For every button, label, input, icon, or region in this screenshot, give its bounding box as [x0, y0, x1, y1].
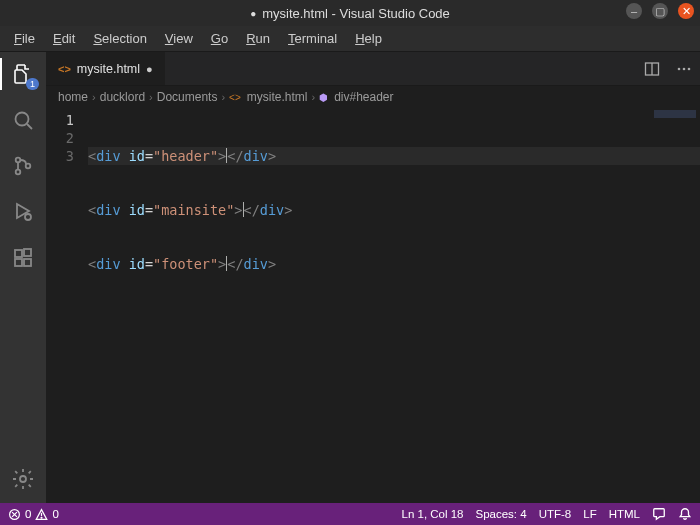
svg-point-2: [16, 170, 21, 175]
menu-selection[interactable]: Selection: [85, 28, 154, 49]
menu-terminal[interactable]: Terminal: [280, 28, 345, 49]
breadcrumb-part[interactable]: home: [58, 90, 88, 104]
svg-point-4: [25, 214, 31, 220]
chevron-right-icon: ›: [149, 91, 153, 103]
svg-rect-6: [15, 259, 22, 266]
code-line[interactable]: <div id="footer"></div>: [88, 255, 700, 273]
tab-mysite[interactable]: <> mysite.html ●: [46, 52, 166, 85]
symbol-icon: ⬢: [319, 92, 328, 103]
status-language[interactable]: HTML: [609, 508, 640, 520]
activity-source-control[interactable]: [9, 152, 37, 180]
title-dirty-dot: ●: [250, 8, 256, 19]
tab-dirty-dot: ●: [146, 63, 153, 75]
minimap[interactable]: [654, 110, 696, 118]
activity-search[interactable]: [9, 106, 37, 134]
tab-label: mysite.html: [77, 62, 140, 76]
more-actions-button[interactable]: [668, 52, 700, 85]
breadcrumb-part[interactable]: ducklord: [100, 90, 145, 104]
activity-extensions[interactable]: [9, 244, 37, 272]
svg-point-13: [688, 67, 691, 70]
svg-point-9: [20, 476, 26, 482]
status-notifications[interactable]: [678, 507, 692, 521]
svg-point-3: [26, 164, 31, 169]
svg-rect-5: [15, 250, 22, 257]
code-line[interactable]: <div id="mainsite"></div>: [88, 201, 700, 219]
menu-help[interactable]: Help: [347, 28, 390, 49]
breadcrumb-part[interactable]: div#header: [334, 90, 393, 104]
status-indent[interactable]: Spaces: 4: [476, 508, 527, 520]
window-title: mysite.html - Visual Studio Code: [262, 6, 450, 21]
activity-run-debug[interactable]: [9, 198, 37, 226]
split-editor-button[interactable]: [636, 52, 668, 85]
status-feedback[interactable]: [652, 507, 666, 521]
activity-explorer[interactable]: 1: [9, 60, 37, 88]
svg-point-0: [16, 113, 29, 126]
status-bar: 0 0 Ln 1, Col 18 Spaces: 4 UTF-8 LF HTML: [0, 503, 700, 525]
breadcrumb-part[interactable]: Documents: [157, 90, 218, 104]
activity-bar: 1: [0, 52, 46, 503]
window-minimize-button[interactable]: –: [626, 3, 642, 19]
status-cursor-pos[interactable]: Ln 1, Col 18: [402, 508, 464, 520]
chevron-right-icon: ›: [221, 91, 225, 103]
svg-point-12: [683, 67, 686, 70]
editor-area: <> mysite.html ● home › ducklord › Docum…: [46, 52, 700, 503]
chevron-right-icon: ›: [311, 91, 315, 103]
activity-settings[interactable]: [9, 465, 37, 493]
html-file-icon: <>: [58, 63, 71, 75]
explorer-badge: 1: [26, 78, 39, 90]
menu-edit[interactable]: Edit: [45, 28, 83, 49]
menu-view[interactable]: View: [157, 28, 201, 49]
code-line[interactable]: <div id="header"></div>: [88, 147, 700, 165]
svg-point-11: [678, 67, 681, 70]
window-close-button[interactable]: ✕: [678, 3, 694, 19]
status-problems[interactable]: 0 0: [8, 508, 59, 521]
status-eol[interactable]: LF: [583, 508, 596, 520]
menu-bar: File Edit Selection View Go Run Terminal…: [0, 26, 700, 52]
code-editor[interactable]: 1 2 3 <div id="header"></div> <div id="m…: [46, 108, 700, 503]
breadcrumb[interactable]: home › ducklord › Documents › <> mysite.…: [46, 86, 700, 108]
svg-point-15: [41, 517, 42, 518]
svg-rect-8: [24, 249, 31, 256]
chevron-right-icon: ›: [92, 91, 96, 103]
menu-run[interactable]: Run: [238, 28, 278, 49]
title-bar: ● mysite.html - Visual Studio Code – ▢ ✕: [0, 0, 700, 26]
status-encoding[interactable]: UTF-8: [539, 508, 572, 520]
menu-file[interactable]: File: [6, 28, 43, 49]
menu-go[interactable]: Go: [203, 28, 236, 49]
window-maximize-button[interactable]: ▢: [652, 3, 668, 19]
html-file-icon: <>: [229, 92, 241, 103]
code-content[interactable]: <div id="header"></div> <div id="mainsit…: [88, 108, 700, 503]
svg-rect-7: [24, 259, 31, 266]
svg-point-1: [16, 158, 21, 163]
tabs-bar: <> mysite.html ●: [46, 52, 700, 86]
line-gutter: 1 2 3: [46, 108, 88, 503]
breadcrumb-part[interactable]: mysite.html: [247, 90, 308, 104]
